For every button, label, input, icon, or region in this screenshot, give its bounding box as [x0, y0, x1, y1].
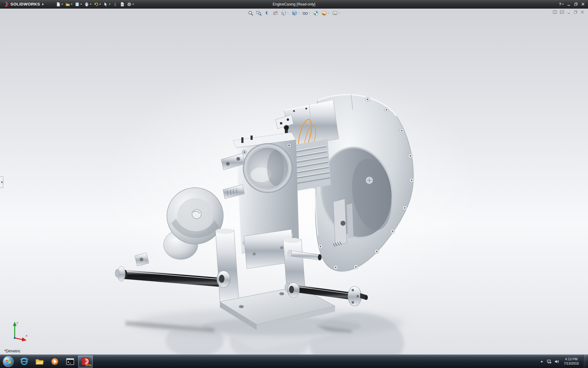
- print-icon: [84, 2, 89, 7]
- zoom-to-fit-icon: [248, 10, 254, 16]
- print-button[interactable]: [83, 1, 92, 8]
- zoom-to-fit-button[interactable]: [247, 10, 254, 17]
- save-icon: [75, 2, 80, 7]
- brand-text: SOLIDWORKS: [10, 2, 40, 6]
- rebuild-button[interactable]: [112, 1, 119, 8]
- network-tray-button[interactable]: [547, 359, 552, 364]
- chevron-up-icon: [540, 359, 544, 364]
- clock-time: 4:13 PM: [565, 357, 578, 361]
- window-controls: ?: [559, 2, 588, 6]
- minimize-icon: [567, 2, 571, 6]
- select-cursor-icon: [103, 2, 108, 7]
- dropdown-caret-icon[interactable]: [99, 4, 101, 5]
- main-toolbar: [55, 1, 135, 8]
- network-icon: [547, 359, 552, 364]
- dropdown-caret-icon[interactable]: [309, 13, 311, 14]
- close-button[interactable]: [581, 2, 585, 6]
- featuremanager-expand-tab[interactable]: [0, 176, 3, 188]
- system-tray: 4:13 PM 7/13/2015: [540, 355, 588, 368]
- speaker-icon: [554, 359, 559, 364]
- view-orientation-label: *Dimetric: [4, 349, 21, 353]
- dropdown-caret-icon[interactable]: [71, 4, 73, 5]
- hide-show-items-button[interactable]: [302, 10, 311, 17]
- show-desktop-button[interactable]: [583, 355, 587, 368]
- file-properties-icon: [120, 2, 125, 7]
- file-properties-button[interactable]: [119, 1, 126, 8]
- apply-scene-button[interactable]: [321, 10, 330, 17]
- volume-tray-button[interactable]: [554, 359, 559, 364]
- dropdown-caret-icon[interactable]: [562, 4, 564, 5]
- menu-flyout-icon[interactable]: [42, 3, 44, 6]
- show-hidden-icons-button[interactable]: [540, 359, 544, 364]
- display-style-button[interactable]: [291, 10, 301, 17]
- split-horizontal-icon: [553, 10, 557, 14]
- apply-scene-icon: [322, 10, 327, 16]
- options-gear-icon: [127, 2, 132, 7]
- close-icon: [581, 2, 585, 6]
- solidworks-desktop: { "titlebar": { "brand": "SOLIDWORKS", "…: [0, 0, 588, 368]
- dropdown-caret-icon[interactable]: [109, 4, 111, 5]
- view-orientation-button[interactable]: [280, 10, 290, 17]
- split-horizontal-button[interactable]: [553, 10, 557, 14]
- taskbar-item-command-prompt[interactable]: [63, 355, 77, 368]
- windows-taskbar: 2015 4:13 PM 7/13/2015: [0, 355, 588, 368]
- edit-appearance-button[interactable]: [312, 10, 320, 17]
- options-button[interactable]: [126, 1, 135, 8]
- restore-document-button[interactable]: [574, 10, 578, 14]
- z-axis-dot: [14, 337, 16, 339]
- dropdown-caret-icon[interactable]: [90, 4, 92, 5]
- dropdown-caret-icon[interactable]: [298, 13, 300, 14]
- taskbar-item-solidworks-2015[interactable]: 2015: [78, 355, 93, 368]
- view-settings-icon: [332, 10, 338, 16]
- media-player-icon: [50, 357, 59, 366]
- cooling-fins[interactable]: [292, 139, 331, 191]
- section-view-button[interactable]: [272, 10, 279, 17]
- dropdown-caret-icon[interactable]: [132, 4, 134, 5]
- split-vertical-button[interactable]: [560, 10, 564, 14]
- dropdown-caret-icon[interactable]: [328, 13, 330, 14]
- dassault-swirl-icon: [2, 1, 9, 7]
- view-settings-button[interactable]: [331, 10, 341, 17]
- solidworks-menu-logo[interactable]: SOLIDWORKS: [0, 0, 47, 8]
- minimize-button[interactable]: [567, 2, 571, 6]
- minimize-document-button[interactable]: [567, 10, 571, 14]
- start-button[interactable]: [0, 355, 16, 368]
- taskbar-item-windows-media-player[interactable]: [47, 355, 62, 368]
- graphics-area[interactable]: x y *Dimetric: [0, 9, 588, 355]
- new-document-button[interactable]: [55, 1, 64, 8]
- previous-view-button[interactable]: [264, 10, 271, 17]
- reference-triad: x y: [4, 318, 30, 343]
- help-button[interactable]: ?: [559, 2, 564, 6]
- taskbar-clock[interactable]: 4:13 PM 7/13/2015: [562, 357, 581, 365]
- taskbar-item-internet-explorer[interactable]: [17, 355, 32, 368]
- view-orientation-icon: [281, 10, 287, 16]
- select-button[interactable]: [102, 1, 111, 8]
- close-document-button[interactable]: [580, 10, 584, 14]
- y-axis-arrow: [13, 322, 17, 326]
- window-title: EngineCasing [Read-only]: [273, 2, 315, 6]
- dropdown-caret-icon[interactable]: [61, 4, 63, 5]
- new-document-icon: [56, 2, 61, 7]
- minimize-document-icon: [567, 10, 571, 14]
- dropdown-caret-icon[interactable]: [80, 4, 82, 5]
- titlebar: SOLIDWORKS: [0, 0, 588, 9]
- undo-icon: [94, 2, 99, 7]
- engine-casing-model[interactable]: [0, 9, 588, 355]
- dropdown-caret-icon[interactable]: [338, 13, 340, 14]
- restore-button[interactable]: [574, 2, 578, 6]
- cylinder-bore[interactable]: [243, 144, 292, 193]
- open-document-button[interactable]: [64, 1, 74, 8]
- x-axis-arrow: [22, 337, 27, 341]
- taskbar-item-windows-explorer[interactable]: [32, 355, 47, 368]
- clock-date: 7/13/2015: [564, 362, 579, 366]
- x-axis-label: x: [26, 334, 28, 337]
- help-icon: ?: [559, 2, 561, 6]
- save-button[interactable]: [74, 1, 83, 8]
- headsup-view-toolbar: [247, 10, 341, 17]
- edit-appearance-icon: [313, 10, 319, 16]
- undo-button[interactable]: [93, 1, 102, 8]
- rebuild-stoplight-icon: [113, 2, 118, 7]
- y-axis-label: y: [17, 321, 18, 324]
- dropdown-caret-icon[interactable]: [287, 13, 289, 14]
- zoom-to-area-button[interactable]: [255, 10, 263, 17]
